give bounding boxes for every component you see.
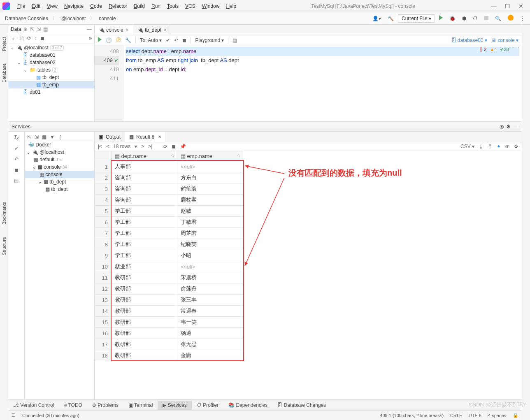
tree-node-tb_dept[interactable]: ▦ tb_dept bbox=[8, 74, 94, 81]
bottom-tab-problems[interactable]: ⊘ Problems bbox=[87, 401, 123, 410]
history-icon[interactable]: 🕐 bbox=[106, 37, 112, 43]
collapse-icon[interactable]: ⇲ bbox=[37, 26, 41, 32]
cancel-icon[interactable]: ◼ bbox=[14, 167, 19, 173]
menu-run[interactable]: Run bbox=[148, 2, 164, 11]
upload-icon[interactable]: ⭱ bbox=[488, 144, 493, 149]
playground-dropdown[interactable]: Playground ▾ bbox=[195, 37, 224, 43]
download-icon[interactable]: ⭳ bbox=[479, 144, 484, 149]
bottom-tab-database-changes[interactable]: 🗄 Database Changes bbox=[272, 401, 331, 410]
service-node-console[interactable]: ⌄▦ console 34 bbox=[25, 163, 94, 171]
duplicate-icon[interactable]: ⿻ bbox=[19, 35, 24, 42]
commit-icon[interactable]: ✔ bbox=[14, 146, 19, 151]
window-minimize-button[interactable]: — bbox=[487, 3, 501, 9]
menu-navigate[interactable]: Navigate bbox=[61, 2, 87, 11]
bottom-tab-services[interactable]: ▶ Services bbox=[158, 401, 191, 410]
result-tab[interactable]: ▦ Result 8 × bbox=[125, 132, 165, 142]
new-icon[interactable]: ＋ bbox=[11, 35, 16, 42]
bottom-tab-terminal[interactable]: ▣ Terminal bbox=[123, 401, 158, 410]
output-tab[interactable]: ▣ Output bbox=[95, 132, 125, 142]
indent-setting[interactable]: 4 spaces bbox=[488, 413, 506, 418]
sql-editor[interactable]: select dept.name , emp.namefrom tb_emp A… bbox=[123, 45, 522, 121]
coverage-button[interactable]: ⬢ bbox=[460, 14, 469, 23]
run-config-dropdown[interactable]: Current File ▾ bbox=[398, 14, 435, 23]
menu-view[interactable]: View bbox=[44, 2, 61, 11]
rollback-icon[interactable]: ↶ bbox=[174, 37, 178, 43]
breadcrumb-item[interactable]: console bbox=[96, 15, 118, 22]
tree-node-db01[interactable]: 🗄 db01 bbox=[8, 88, 94, 96]
more-icon[interactable]: ⋮ bbox=[518, 14, 528, 23]
menu-file[interactable]: File bbox=[14, 2, 28, 11]
layout-icon[interactable]: ▤ bbox=[232, 37, 237, 43]
stop-icon[interactable]: ◼ bbox=[40, 35, 44, 42]
close-panel-icon[interactable]: — bbox=[87, 26, 92, 32]
view-icon[interactable]: 👁 bbox=[505, 144, 510, 149]
tree-node-tb_emp[interactable]: ▦ tb_emp bbox=[8, 81, 94, 88]
breadcrumb-item[interactable]: Database Consoles bbox=[2, 15, 51, 22]
reload-icon[interactable]: ⟳ bbox=[163, 144, 167, 149]
menu-window[interactable]: Window bbox=[199, 2, 223, 11]
pin-icon[interactable]: 📌 bbox=[180, 144, 186, 149]
filter-icon[interactable]: ▤ bbox=[43, 26, 48, 32]
breadcrumb-item[interactable]: @localhost bbox=[59, 15, 88, 22]
bottom-tab-version-control[interactable]: ⎇ Version Control bbox=[8, 401, 59, 410]
explain-icon[interactable]: Ⓟ bbox=[116, 37, 121, 44]
file-encoding[interactable]: UTF-8 bbox=[469, 413, 481, 418]
tree-node-database01[interactable]: 🗄 database01 bbox=[8, 51, 94, 59]
service-node-default[interactable]: ▦ default 1 s bbox=[25, 156, 94, 163]
compare-icon[interactable]: ✦ bbox=[497, 144, 501, 149]
search-everywhere-icon[interactable]: 🔍 bbox=[493, 14, 504, 23]
target-icon[interactable]: ◎ bbox=[500, 124, 504, 130]
console-dropdown[interactable]: 🖥 console ▾ bbox=[491, 37, 518, 43]
stop-button[interactable] bbox=[482, 14, 491, 23]
more-icon[interactable]: » bbox=[89, 35, 92, 42]
add-icon[interactable]: ⊕ bbox=[23, 26, 28, 32]
tx-icon[interactable]: Tx bbox=[14, 134, 19, 141]
tree-node-tables[interactable]: ⌄📁 tables 2 bbox=[8, 66, 94, 74]
database-tree[interactable]: ⌄🔌 @localhost 3 of 7🗄 database01⌄🗄 datab… bbox=[8, 44, 94, 121]
expand-icon[interactable]: ⇱ bbox=[30, 26, 34, 32]
bookmarks-tool-button[interactable]: Bookmarks bbox=[2, 202, 7, 225]
service-node-tb_dept[interactable]: ▦ tb_dept bbox=[25, 186, 94, 193]
window-close-button[interactable]: ✕ bbox=[514, 3, 528, 9]
commit-icon[interactable]: ✔ bbox=[166, 37, 170, 43]
run-button[interactable] bbox=[437, 14, 445, 23]
services-tree[interactable]: ⇱⇲▦▼⋮ 🐳 Docker⌄🔌 @localhost▦ default 1 s… bbox=[25, 132, 95, 399]
result-grid[interactable]: ▦ dept.name◇▦ emp.name◇1人事部<null>2咨询部方东白… bbox=[95, 151, 243, 361]
settings-icon[interactable]: ⚙ bbox=[514, 144, 518, 149]
menu-tools[interactable]: Tools bbox=[164, 2, 182, 11]
tree-root[interactable]: ⌄🔌 @localhost 3 of 7 bbox=[8, 44, 94, 51]
menu-help[interactable]: Help bbox=[223, 2, 239, 11]
user-icon[interactable]: 👤▾ bbox=[370, 14, 384, 23]
layout-icon[interactable]: ▤ bbox=[14, 178, 19, 183]
prev-page-icon[interactable]: < bbox=[106, 144, 109, 149]
service-node-Docker[interactable]: 🐳 Docker bbox=[25, 141, 94, 149]
window-maximize-button[interactable]: ☐ bbox=[501, 3, 514, 9]
export-format-dropdown[interactable]: CSV ▾ bbox=[460, 144, 474, 149]
editor-tab-tb_dept[interactable]: 🔌 tb_dept × bbox=[133, 25, 171, 35]
build-hammer-icon[interactable]: 🔨 bbox=[385, 14, 396, 23]
menu-edit[interactable]: Edit bbox=[28, 2, 44, 11]
menu-build[interactable]: Build bbox=[130, 2, 148, 11]
caret-position[interactable]: 409:1 (100 chars, 2 line breaks) bbox=[380, 413, 444, 418]
menu-refactor[interactable]: Refactor bbox=[105, 2, 130, 11]
service-node-tb_dept[interactable]: ⌄▦ tb_dept bbox=[25, 178, 94, 186]
run-query-button[interactable] bbox=[98, 37, 102, 43]
debug-button[interactable]: 🐞 bbox=[447, 14, 458, 23]
next-page-icon[interactable]: > bbox=[141, 144, 144, 149]
stop-icon[interactable]: ◼ bbox=[172, 144, 176, 149]
menu-code[interactable]: Code bbox=[87, 2, 105, 11]
database-tool-button[interactable]: Database bbox=[2, 63, 7, 83]
project-tool-button[interactable]: Project bbox=[2, 37, 7, 51]
tree-node-database02[interactable]: ⌄🗄 database02 bbox=[8, 59, 94, 66]
profile-button[interactable]: ⏱ bbox=[470, 14, 480, 23]
settings-icon[interactable]: 🔧 bbox=[125, 37, 131, 43]
line-separator[interactable]: CRLF bbox=[450, 413, 462, 418]
cancel-icon[interactable]: ◼ bbox=[182, 37, 186, 43]
bottom-tab-dependencies[interactable]: 📚 Dependencies bbox=[223, 401, 272, 410]
inspection-widget[interactable]: ❗2 ▲4 ✔28 ˆˇ bbox=[478, 47, 518, 52]
service-node-@localhost[interactable]: ⌄🔌 @localhost bbox=[25, 149, 94, 156]
hide-panel-icon[interactable]: — bbox=[514, 124, 518, 130]
refresh-icon[interactable]: ⟳ bbox=[27, 35, 31, 42]
bottom-tab-profiler[interactable]: ⏱ Profiler bbox=[192, 401, 223, 410]
update-available-icon[interactable] bbox=[505, 14, 516, 23]
